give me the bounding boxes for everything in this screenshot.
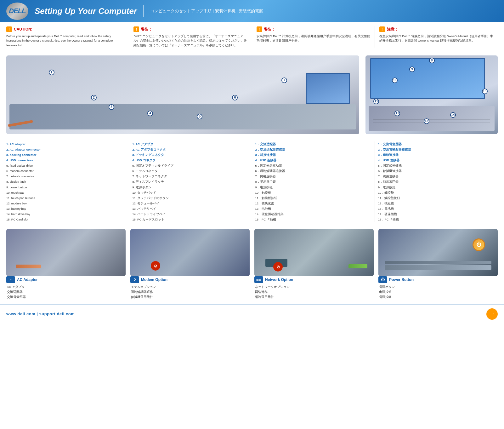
part-cn-12: 12．模块化架 — [255, 201, 371, 206]
part-tw-12: 12．模組槽 — [378, 201, 495, 206]
callout-2: 2 — [91, 95, 97, 100]
part-en-9: 9. power button — [6, 185, 126, 190]
bottom-card-power: ⏻ ⏻ Power Button 電源ボタン 电源按钮 電源按鈕 — [378, 229, 498, 300]
power-image: ⏻ — [378, 229, 498, 276]
part-ja-2: 2. AC アダプタコネクタ — [132, 147, 248, 152]
ac-subtitle-tw: 交流電變壓器 — [7, 295, 26, 300]
part-ja-7: 7. ネットワークコネクタ — [132, 174, 248, 179]
part-en-5: 5. fixed optical drive — [6, 163, 126, 168]
caution-text-ja: Dell™ コンピュータをセットアップして使用する前に、『オーナーズマニュアル』… — [133, 34, 247, 48]
footer: www.dell.com | support.dell.com → — [0, 305, 504, 323]
part-tw-2: 2．交流電變壓器連接器 — [378, 147, 495, 152]
callout-4: 4 — [147, 111, 153, 116]
part-en-1: 1. AC adapter — [6, 141, 126, 147]
network-icon-symbol: ▤▤ — [256, 278, 261, 281]
bottom-card-modem: ⊘ 2 Modem Option モデムオプション 調制解調器選作 數據機選用元… — [130, 229, 250, 300]
part-ja-1: 1. AC アダプタ — [132, 141, 248, 147]
next-page-arrow[interactable]: → — [486, 308, 498, 320]
callout-13: 13 — [424, 118, 429, 124]
network-subtitle-ja: ネットワークオプション — [255, 284, 290, 289]
network-subtitle-tw: 網路選用元件 — [255, 295, 290, 300]
part-tw-9: 9．電源按鈕 — [378, 185, 495, 190]
laptop-left-visual: 1 2 3 4 5 6 7 — [6, 55, 359, 134]
power-subtitle-cn: 电源按钮 — [379, 289, 395, 295]
part-tw-15: 15．PC 卡插槽 — [378, 217, 495, 222]
part-en-15: 15. PC Card slot — [6, 217, 126, 222]
callout-9: 9 — [409, 66, 415, 72]
modem-subtitle-ja: モデムオプション — [131, 284, 156, 289]
part-cn-2: 2．交流适配器连接器 — [255, 147, 371, 152]
ac-icon: ≡ — [6, 276, 15, 283]
modem-icon-symbol: 2 — [133, 277, 136, 282]
callout-10: 10 — [392, 77, 398, 83]
part-en-12: 12. module bay — [6, 201, 126, 206]
part-tw-1: 1．交流電變壓器 — [378, 141, 495, 147]
part-en-10: 10. touch pad — [6, 190, 126, 195]
modem-label-row: 2 Modem Option — [130, 276, 167, 283]
header-divider — [143, 5, 144, 17]
power-subtitle-ja: 電源ボタン — [379, 284, 395, 289]
part-ja-10: 10. タッチパッド — [132, 190, 248, 195]
part-en-11: 11. touch pad buttons — [6, 195, 126, 201]
part-cn-1: 1．交流适配器 — [255, 141, 371, 147]
part-en-8: 8. display latch — [6, 179, 126, 184]
part-tw-13: 13．電池槽 — [378, 206, 495, 211]
caution-text-en: Before you set up and operate your Dell™… — [6, 34, 124, 48]
caution-icon-zh-cn: ! — [257, 26, 262, 32]
part-cn-6: 6．调制解调器连接器 — [255, 168, 371, 174]
bottom-card-network: ⊘ ▤▤ Network Option ネットワークオプション 网络选作 網路選… — [254, 229, 374, 300]
part-tw-4: 4．USB 連接器 — [378, 157, 495, 163]
parts-section: 1. AC adapter 2. AC adapter connector 3.… — [0, 139, 504, 226]
ac-subtitle-ja: AC アダプタ — [7, 284, 26, 289]
dell-logo: DELL — [6, 3, 28, 20]
footer-url: www.dell.com | support.dell.com — [6, 312, 75, 316]
laptop-left-diagram: 1 2 3 4 5 6 7 — [6, 55, 359, 137]
part-en-13: 13. battery bay — [6, 206, 126, 211]
part-ja-9: 9. 電源ボタン — [132, 185, 248, 190]
part-ja-13: 13. バッテリベイ — [132, 206, 248, 211]
part-tw-8: 8．顯示幕門鎖 — [378, 179, 495, 184]
network-label-row: ▤▤ Network Option — [254, 276, 293, 283]
part-tw-14: 14．硬碟機槽 — [378, 211, 495, 217]
callout-11: 11 — [373, 99, 379, 104]
caution-zh-cn: ! 警告： 安装并操作 Dell™ 计算机之前，请阅读并遵循用户手册中的安全说明… — [252, 26, 375, 48]
ac-subtitles: AC アダプタ 交流适配器 交流電變壓器 — [6, 284, 26, 300]
part-ja-12: 12. モジュールベイ — [132, 201, 248, 206]
bottom-section: ≡ AC Adapter AC アダプタ 交流适配器 交流電變壓器 ⊘ 2 Mo… — [0, 226, 504, 304]
network-subtitles: ネットワークオプション 网络选作 網路選用元件 — [254, 284, 290, 300]
part-ja-11: 11. タッチパッドのボタン — [132, 195, 248, 201]
callout-1: 1 — [49, 70, 54, 75]
caution-en: ! CAUTION: Before you set up and operate… — [6, 26, 129, 48]
power-subtitles: 電源ボタン 电源按钮 電源按鈕 — [378, 284, 395, 300]
caution-zh-tw: ! 注意： 在您安裝和操作 Dell™ 電腦之前，請閱讀並按照 Owner's … — [375, 26, 498, 48]
caution-text-zh-tw: 在您安裝和操作 Dell™ 電腦之前，請閱讀並按照 Owner's Manual… — [379, 34, 493, 43]
laptop-right-visual: 8 9 10 11 12 13 14 15 — [365, 55, 498, 134]
power-label-row: ⏻ Power Button — [378, 276, 414, 283]
header-title: Setting Up Your Computer コンピュータのセットアップ手順… — [35, 5, 263, 17]
caution-title-en: ! CAUTION: — [6, 26, 124, 32]
modem-subtitles: モデムオプション 調制解調器選作 數據機選用元件 — [130, 284, 156, 300]
part-tw-5: 5．固定式光碟機 — [378, 163, 495, 168]
dell-logo-text: DELL — [9, 7, 25, 15]
bottom-card-ac: ≡ AC Adapter AC アダプタ 交流适配器 交流電變壓器 — [6, 229, 126, 300]
callout-6: 6 — [232, 95, 238, 100]
caution-icon-ja: ! — [133, 26, 139, 32]
diagram-section: 1 2 3 4 5 6 7 8 9 10 11 12 13 14 15 — [0, 52, 504, 139]
ac-label-row: ≡ AC Adapter — [6, 276, 38, 283]
part-ja-14: 14. ハードドライブベイ — [132, 211, 248, 217]
header: DELL Setting Up Your Computer コンピュータのセット… — [0, 0, 504, 22]
network-no-symbol: ⊘ — [273, 262, 283, 272]
part-en-7: 7. network connector — [6, 174, 126, 179]
modem-icon: 2 — [130, 276, 139, 283]
part-cn-8: 8．显示屏门锁 — [255, 179, 371, 184]
part-cn-11: 11．触摸板按钮 — [255, 195, 371, 201]
parts-list-ja: 1. AC アダプタ 2. AC アダプタコネクタ 3. ドッキングコネクタ 4… — [129, 141, 252, 222]
part-cn-10: 10．触摸板 — [255, 190, 371, 195]
callout-3: 3 — [109, 104, 114, 110]
caution-icon-zh-tw: ! — [379, 26, 385, 32]
caution-ja: ! 警告： Dell™ コンピュータをセットアップして使用する前に、『オーナーズ… — [129, 26, 252, 48]
part-en-3: 3. docking connector — [6, 152, 126, 157]
part-cn-7: 7．网络连接器 — [255, 174, 371, 179]
modem-title: Modem Option — [141, 277, 167, 282]
part-cn-4: 4．USB 连接器 — [255, 157, 371, 163]
